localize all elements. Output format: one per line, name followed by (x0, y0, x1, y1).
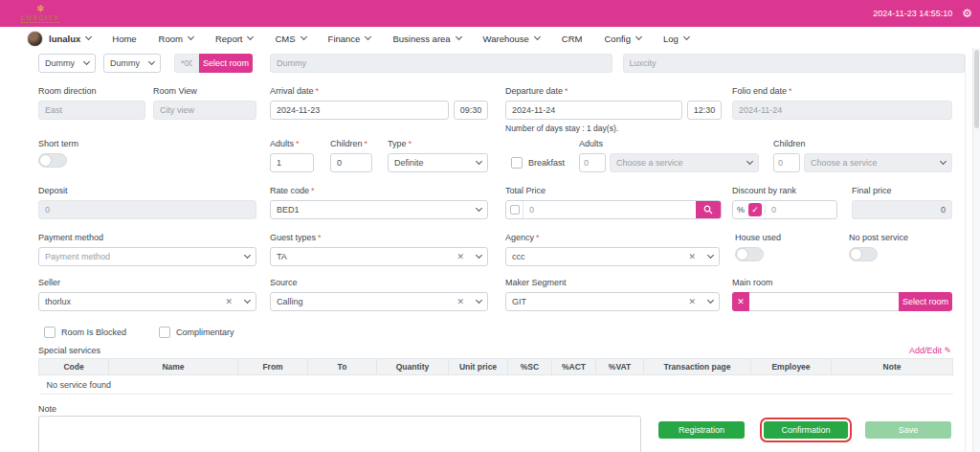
discount-input[interactable] (765, 205, 836, 215)
children-service-count[interactable] (773, 153, 800, 172)
no-post-service-label: No post service (849, 233, 952, 243)
departure-date-label: Departure date* (505, 86, 722, 97)
adults-service-count[interactable] (579, 153, 606, 172)
no-post-service-toggle[interactable] (849, 247, 878, 261)
chevron-down-icon (188, 34, 194, 40)
nav-item-warehouse[interactable]: Warehouse (483, 34, 540, 44)
resize-handle-icon[interactable] (633, 448, 639, 452)
house-used-label: House used (735, 233, 821, 243)
select-room-button[interactable]: Select room (199, 54, 253, 73)
room-is-blocked-checkbox[interactable] (44, 327, 56, 338)
main-room-input[interactable] (749, 292, 899, 311)
complimentary-label: Complimentary (176, 328, 234, 337)
chevron-down-icon (244, 297, 251, 304)
main-room-select-button[interactable]: Select room (899, 292, 952, 311)
clear-icon[interactable]: ✕ (225, 298, 233, 306)
room-view-input (153, 101, 256, 120)
discount-by-rank-label: Discount by rank (732, 186, 837, 196)
nav-item-report[interactable]: Report (215, 34, 254, 44)
payment-method-placeholder: Payment method (45, 252, 235, 261)
col-from: From (238, 359, 308, 375)
pencil-icon: ✎ (944, 346, 951, 355)
col-transaction-page: Transaction page (644, 359, 751, 375)
agency-label: Agency* (505, 233, 720, 243)
guest-types-select[interactable]: TA ✕ (270, 247, 488, 266)
agency-select[interactable]: ccc ✕ (505, 247, 720, 266)
house-used-toggle[interactable] (735, 247, 764, 261)
col-act: %ACT (552, 359, 596, 375)
departure-time-input[interactable] (687, 101, 722, 120)
source-value: Calling (277, 297, 453, 306)
dummy-select-1[interactable]: Dummy (38, 54, 96, 73)
guest-types-label: Guest types* (270, 233, 488, 243)
children-input[interactable] (330, 153, 372, 172)
col-to: To (308, 359, 377, 375)
departure-date-input[interactable] (505, 101, 682, 120)
gear-icon[interactable]: ⚙ (962, 7, 972, 20)
short-term-toggle[interactable] (38, 153, 67, 168)
col-name: Name (109, 359, 238, 375)
children-label: Children* (330, 139, 372, 149)
nav-item-business-area[interactable]: Business area (392, 34, 460, 44)
deposit-input (38, 200, 256, 219)
price-search-button[interactable] (696, 201, 721, 218)
add-edit-link[interactable]: Add/Edit ✎ (909, 346, 951, 355)
percent-unit: % (733, 205, 748, 215)
rate-code-select[interactable]: BED1 (270, 200, 488, 219)
complimentary-checkbox[interactable] (159, 327, 170, 338)
col-quantity: Quantity (377, 359, 449, 375)
folio-end-date-label: Folio end date* (732, 86, 952, 97)
nav-item-cms[interactable]: CMS (275, 34, 305, 44)
special-services-label: Special services (38, 346, 100, 355)
type-select[interactable]: Definite (388, 153, 488, 172)
seller-label: Seller (38, 278, 256, 288)
rate-code-value: BED1 (277, 205, 467, 215)
type-value: Definite (394, 158, 467, 168)
nav-item-config[interactable]: Config (604, 34, 640, 44)
adults-input[interactable] (270, 153, 314, 172)
arrival-time-input[interactable] (454, 101, 488, 120)
breakfast-checkbox[interactable] (511, 157, 523, 169)
clear-icon[interactable]: ✕ (457, 298, 464, 306)
chevron-down-icon (707, 252, 714, 259)
col-vat: %VAT (596, 359, 644, 375)
total-price-input[interactable] (523, 201, 696, 218)
adults-service-select: Choose a service (610, 153, 759, 172)
nav-item-crm[interactable]: CRM (562, 34, 583, 44)
total-price-label: Total Price (505, 186, 722, 196)
discount-checkbox[interactable]: ✓ (748, 203, 762, 216)
scrollbar-thumb[interactable] (974, 50, 979, 128)
nav-item-log[interactable]: Log (663, 34, 689, 44)
booking-form: Dummy Dummy Select room Room direction R… (0, 54, 966, 452)
main-room-clear-button[interactable]: ✕ (732, 292, 749, 311)
note-textarea[interactable] (38, 416, 641, 452)
clear-icon[interactable]: ✕ (688, 253, 696, 261)
chevron-down-icon (476, 158, 482, 165)
user-menu[interactable]: lunalux (49, 34, 91, 44)
adults-label: Adults* (270, 139, 314, 149)
scrollbar-track[interactable] (972, 48, 980, 452)
registration-button[interactable]: Registration (658, 421, 745, 439)
save-button[interactable]: Save (865, 421, 951, 439)
nav-item-finance[interactable]: Finance (328, 34, 371, 44)
source-select[interactable]: Calling ✕ (270, 292, 488, 311)
clear-icon[interactable]: ✕ (688, 298, 696, 306)
rate-code-label: Rate code* (270, 186, 488, 196)
maker-segment-select[interactable]: GIT ✕ (505, 292, 720, 311)
col-note: Note (832, 359, 953, 375)
children-service-label: Children (773, 139, 952, 149)
avatar[interactable] (27, 31, 43, 47)
arrival-date-input[interactable] (270, 101, 449, 120)
confirmation-button[interactable]: Confirmation (764, 421, 848, 439)
clear-icon[interactable]: ✕ (457, 253, 464, 261)
table-header-row: Code Name From To Quantity Unit price %S… (39, 359, 953, 375)
chevron-down-icon (85, 34, 92, 40)
nav-item-room[interactable]: Room (159, 34, 193, 44)
total-price-checkbox[interactable] (510, 205, 520, 215)
short-term-label: Short term (38, 139, 270, 149)
dummy-select-2[interactable]: Dummy (103, 54, 161, 73)
logo-flower-icon: ❇ (36, 5, 44, 13)
nav-item-home[interactable]: Home (112, 34, 136, 44)
seller-select[interactable]: thorlux ✕ (38, 292, 256, 311)
payment-method-select[interactable]: Payment method (38, 247, 256, 266)
